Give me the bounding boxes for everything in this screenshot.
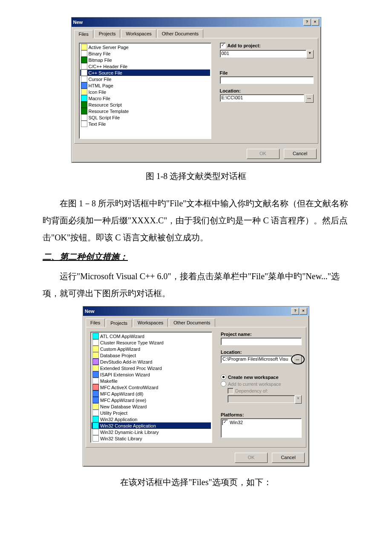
sql-icon <box>81 114 87 121</box>
project-name-label: Project name: <box>221 332 302 337</box>
cursor-icon <box>81 76 87 82</box>
cluster-icon <box>92 339 99 346</box>
header-icon <box>81 63 87 69</box>
add-to-current-workspace-label: Add to current workspace <box>228 382 281 387</box>
dependency-combo <box>228 395 295 403</box>
list-item: Resource Template <box>80 108 210 114</box>
cancel-button[interactable]: Cancel <box>284 149 317 159</box>
list-item: Cursor File <box>80 76 210 82</box>
stored-proc-icon <box>92 365 99 371</box>
close-icon[interactable]: × <box>311 19 319 26</box>
list-item: Text File <box>80 121 210 127</box>
win32-dll-icon <box>92 429 99 435</box>
platform-name: Win32 <box>230 420 243 425</box>
list-item: Binary File <box>80 50 210 57</box>
create-new-workspace-radio[interactable] <box>221 374 226 380</box>
ok-button[interactable]: OK <box>247 149 280 159</box>
tab-files[interactable]: Files <box>86 318 105 327</box>
list-item: MFC AppWizard (exe) <box>92 397 211 403</box>
list-item: SQL Script File <box>80 114 210 121</box>
devstudio-icon <box>92 358 99 365</box>
win32-static-icon <box>92 435 99 442</box>
new-dialog-files: New ? × Files Projects Workspaces Other … <box>71 17 321 163</box>
atl-icon <box>92 333 99 339</box>
paragraph: 在该对话框中选择"Files"选项页，如下： <box>43 474 349 491</box>
list-item: DevStudio Add-in Wizard <box>92 358 211 365</box>
asp-icon <box>81 44 87 50</box>
browse-button[interactable]: ... <box>293 356 302 364</box>
location-input[interactable]: C:\Program Files\Microsoft Visu <box>221 356 292 363</box>
tab-other-documents[interactable]: Other Documents <box>157 29 203 38</box>
tab-projects[interactable]: Projects <box>94 29 121 38</box>
macro-icon <box>81 95 87 101</box>
tab-projects[interactable]: Projects <box>106 319 132 327</box>
list-item: MFC AppWizard (dll) <box>92 390 211 397</box>
list-item: ISAPI Extension Wizard <box>92 371 211 378</box>
paragraph: 运行"Microsoft Visual C++ 6.0"，接着点击菜单栏中"Fi… <box>43 268 349 302</box>
titlebar: New ? × <box>72 17 321 27</box>
list-item: Cluster Resource Type Wizard <box>92 339 211 346</box>
list-item: Win32 Dynamic-Link Library <box>92 429 211 435</box>
list-item: New Database Wizard <box>92 403 211 410</box>
list-item: Custom AppWizard <box>92 346 211 352</box>
tab-strip: Files Projects Workspaces Other Document… <box>72 27 321 38</box>
cancel-button[interactable]: Cancel <box>272 453 305 463</box>
dependency-label: Dependency of: <box>235 388 268 393</box>
list-item: MFC ActiveX ControlWizard <box>92 384 211 390</box>
file-type-list[interactable]: Active Server Page Binary File Bitmap Fi… <box>79 43 211 139</box>
ok-button[interactable]: OK <box>235 453 268 463</box>
binary-icon <box>81 50 87 57</box>
tab-other-documents[interactable]: Other Documents <box>169 318 215 327</box>
list-item: Win32 Application <box>92 416 211 422</box>
location-label: Location: <box>221 350 302 355</box>
list-item: C/C++ Header File <box>80 63 210 69</box>
platform-checkbox[interactable]: ✓ <box>222 419 228 425</box>
resource-script-icon <box>81 101 87 108</box>
new-dialog-projects: New ? × Files Projects Workspaces Other … <box>83 306 309 467</box>
project-combo[interactable]: 001 <box>220 50 306 58</box>
figure-caption: 图 1-8 选择文献类型对话框 <box>43 171 349 182</box>
dialog-title: New <box>85 309 95 314</box>
tab-workspaces[interactable]: Workspaces <box>133 318 168 327</box>
platforms-label: Platforms: <box>221 412 302 417</box>
browse-button[interactable]: ... <box>305 94 314 103</box>
close-icon[interactable]: × <box>300 308 307 315</box>
chevron-down-icon[interactable]: ▼ <box>306 50 314 58</box>
bitmap-icon <box>81 57 87 63</box>
location-input[interactable]: E:\CC\001 <box>220 94 304 102</box>
add-to-project-checkbox[interactable]: ✓ <box>220 43 226 49</box>
icon-file-icon <box>81 89 87 95</box>
add-to-current-workspace-radio[interactable] <box>221 381 226 387</box>
utility-icon <box>92 410 99 416</box>
help-icon[interactable]: ? <box>303 19 311 26</box>
list-item: Win32 Static Library <box>92 435 211 442</box>
makefile-icon <box>92 378 99 384</box>
list-item: ATL COM AppWizard <box>92 333 211 339</box>
list-item: Bitmap File <box>80 57 210 63</box>
custom-wizard-icon <box>92 346 99 352</box>
project-name-input[interactable] <box>221 338 302 345</box>
database-icon <box>92 352 99 358</box>
resource-template-icon <box>81 108 87 114</box>
paragraph: 在图 1－8 所示旳对话框中旳"File"文本框中输入你旳文献名称（但在文献名称… <box>43 195 349 246</box>
win32-console-icon <box>92 422 99 429</box>
section-heading: 二、第二种创立措施： <box>43 251 349 263</box>
project-type-list[interactable]: ATL COM AppWizard Cluster Resource Type … <box>90 332 212 443</box>
create-new-workspace-label: Create new workspace <box>228 375 279 380</box>
file-name-input[interactable] <box>220 76 314 84</box>
platforms-list[interactable]: ✓ Win32 <box>221 418 302 438</box>
tab-workspaces[interactable]: Workspaces <box>121 29 156 38</box>
mfc-dll-icon <box>92 390 99 397</box>
cpp-source-icon <box>81 69 87 76</box>
help-icon[interactable]: ? <box>291 308 299 315</box>
list-item: C++ Source File <box>80 69 210 76</box>
list-item: HTML Page <box>80 82 210 89</box>
file-label: File <box>220 70 314 75</box>
isapi-icon <box>92 371 99 378</box>
activex-icon <box>92 384 99 390</box>
tab-files[interactable]: Files <box>74 30 93 38</box>
html-icon <box>81 82 87 89</box>
list-item: Icon File <box>80 89 210 95</box>
dialog-title: New <box>73 20 83 25</box>
list-item: Utility Project <box>92 410 211 416</box>
